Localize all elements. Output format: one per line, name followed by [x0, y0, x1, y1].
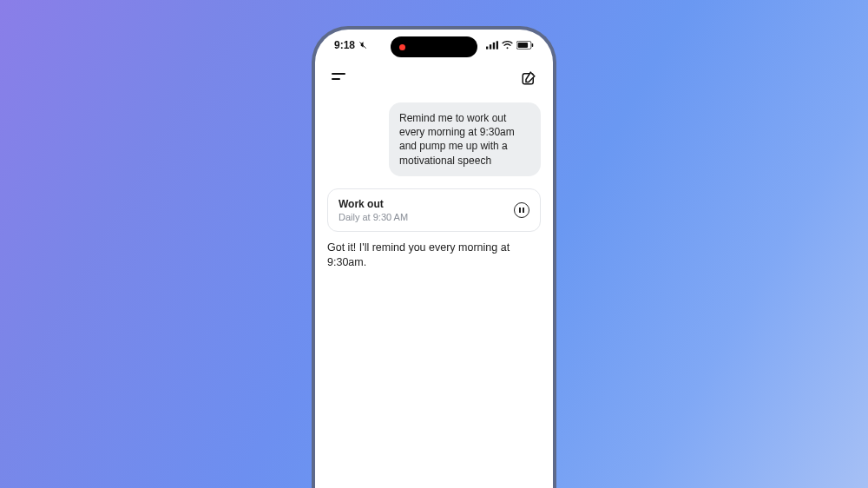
compose-icon	[521, 70, 536, 86]
pause-icon	[519, 208, 524, 213]
recording-dot-icon	[399, 44, 405, 50]
menu-button[interactable]	[329, 68, 350, 89]
svg-rect-9	[332, 73, 345, 75]
pause-button[interactable]	[514, 202, 529, 218]
menu-icon	[332, 73, 347, 83]
app-header	[315, 56, 553, 94]
svg-point-5	[507, 47, 509, 49]
svg-rect-10	[332, 78, 340, 80]
user-message-text: Remind me to work out every morning at 9…	[399, 112, 515, 167]
svg-rect-2	[490, 44, 491, 49]
user-message: Remind me to work out every morning at 9…	[389, 102, 541, 176]
task-info: Work out Daily at 9:30 AM	[339, 198, 408, 222]
assistant-message-text: Got it! I'll remind you every morning at…	[327, 241, 510, 269]
status-bar: 9:18	[315, 30, 553, 56]
svg-rect-7	[518, 43, 529, 48]
battery-icon	[516, 41, 534, 49]
status-right	[486, 41, 534, 49]
cellular-icon	[486, 41, 498, 49]
wifi-icon	[502, 41, 513, 49]
phone-frame: 9:18	[312, 26, 556, 488]
task-schedule: Daily at 9:30 AM	[339, 212, 408, 222]
svg-rect-3	[493, 43, 495, 49]
conversation: Remind me to work out every morning at 9…	[315, 94, 553, 280]
compose-button[interactable]	[518, 68, 539, 89]
svg-rect-1	[486, 47, 488, 49]
assistant-message: Got it! I'll remind you every morning at…	[327, 241, 527, 271]
task-title: Work out	[339, 198, 408, 210]
svg-rect-8	[532, 43, 534, 47]
status-left: 9:18	[334, 39, 368, 51]
dynamic-island	[391, 36, 477, 57]
status-time: 9:18	[334, 39, 355, 51]
svg-rect-4	[496, 41, 498, 49]
task-card[interactable]: Work out Daily at 9:30 AM	[327, 188, 541, 232]
silent-icon	[358, 41, 368, 50]
